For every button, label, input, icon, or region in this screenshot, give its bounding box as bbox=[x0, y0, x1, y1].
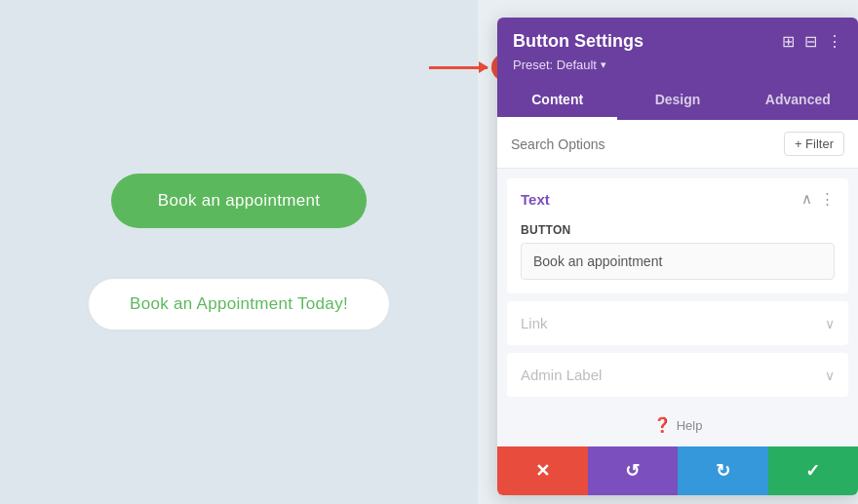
text-section: Text ∧ ⋮ Button bbox=[507, 178, 848, 293]
help-row: ❓ Help bbox=[497, 405, 858, 446]
options-icon[interactable]: ⋮ bbox=[820, 190, 835, 208]
link-section: Link ∨ bbox=[507, 301, 848, 345]
outline-button[interactable]: Book an Appointment Today! bbox=[87, 277, 391, 331]
text-section-title: Text bbox=[521, 191, 550, 208]
text-section-header[interactable]: Text ∧ ⋮ bbox=[507, 178, 848, 219]
help-label[interactable]: Help bbox=[677, 418, 703, 433]
tab-advanced[interactable]: Advanced bbox=[738, 82, 858, 120]
tab-content[interactable]: Content bbox=[497, 82, 617, 120]
preset-label: Preset: Default bbox=[513, 58, 597, 72]
panel-footer: ✕ ↺ ↻ ✓ bbox=[497, 446, 858, 495]
settings-panel: Button Settings ⊞ ⊟ ⋮ Preset: Default ▾ … bbox=[497, 18, 858, 495]
reset-button[interactable]: ↺ bbox=[588, 446, 679, 495]
panel-title-row: Button Settings ⊞ ⊟ ⋮ bbox=[513, 31, 842, 52]
preset-caret: ▾ bbox=[601, 58, 606, 71]
panel-body: + Filter Text ∧ ⋮ Button Link ∨ bbox=[497, 120, 858, 446]
canvas-area: Book an appointment Book an Appointment … bbox=[0, 0, 478, 504]
panel-title: Button Settings bbox=[513, 31, 644, 52]
green-button[interactable]: Book an appointment bbox=[111, 174, 367, 228]
text-section-icons: ∧ ⋮ bbox=[801, 190, 835, 208]
help-icon: ❓ bbox=[653, 416, 672, 434]
search-bar: + Filter bbox=[497, 120, 858, 169]
filter-button[interactable]: + Filter bbox=[784, 132, 844, 156]
link-section-header[interactable]: Link ∨ bbox=[507, 301, 848, 345]
preset-row[interactable]: Preset: Default ▾ bbox=[513, 58, 842, 72]
panel-header: Button Settings ⊞ ⊟ ⋮ Preset: Default ▾ bbox=[497, 18, 858, 82]
search-input[interactable] bbox=[511, 136, 784, 152]
text-section-body: Button bbox=[507, 219, 848, 293]
admin-chevron-icon: ∨ bbox=[825, 368, 835, 383]
copy-icon[interactable]: ⊞ bbox=[782, 32, 795, 51]
link-chevron-icon: ∨ bbox=[825, 316, 835, 331]
more-icon[interactable]: ⋮ bbox=[827, 32, 842, 51]
redo-button[interactable]: ↻ bbox=[678, 446, 768, 495]
tab-design[interactable]: Design bbox=[617, 82, 737, 120]
tabs-row: Content Design Advanced bbox=[497, 82, 858, 120]
layout-icon[interactable]: ⊟ bbox=[804, 32, 817, 51]
admin-section: Admin Label ∨ bbox=[507, 353, 848, 397]
arrow-line bbox=[429, 66, 488, 69]
panel-icons: ⊞ ⊟ ⋮ bbox=[782, 32, 842, 51]
link-section-title: Link bbox=[521, 315, 548, 331]
save-button[interactable]: ✓ bbox=[768, 446, 859, 495]
button-text-input[interactable] bbox=[521, 243, 835, 280]
collapse-icon[interactable]: ∧ bbox=[801, 190, 812, 208]
cancel-button[interactable]: ✕ bbox=[497, 446, 588, 495]
admin-section-header[interactable]: Admin Label ∨ bbox=[507, 353, 848, 397]
admin-section-title: Admin Label bbox=[521, 367, 602, 383]
button-field-label: Button bbox=[521, 223, 835, 237]
